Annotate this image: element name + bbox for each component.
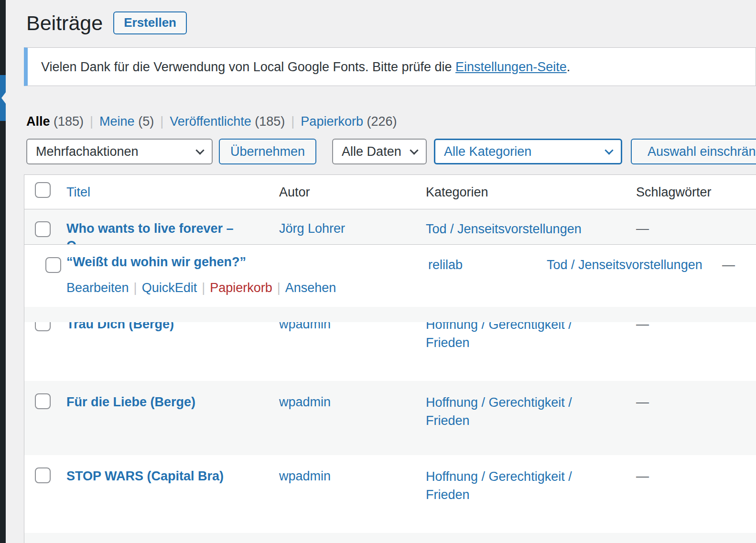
- table-row: Trau Dich (Berge) wpadmin Hoffnung / Ger…: [24, 322, 756, 381]
- chevron-down-icon: [605, 146, 613, 154]
- sort-title-header[interactable]: Titel: [66, 185, 90, 199]
- row-spacer-band: [24, 307, 756, 322]
- tags-value: —: [636, 393, 756, 411]
- row-checkbox[interactable]: [35, 221, 51, 237]
- category-link[interactable]: Hoffnung / Gerechtigkeit /Frieden: [426, 467, 636, 504]
- view-link-papierkorb[interactable]: Papierkorb (226): [301, 113, 397, 130]
- separator: |: [202, 281, 205, 295]
- separator: |: [90, 113, 93, 130]
- post-title-link[interactable]: “Weißt du wohin wir gehen?”: [66, 253, 246, 271]
- posts-table: Titel Autor Kategorien Schlagwörter Who …: [24, 174, 756, 543]
- author-link[interactable]: wpadmin: [279, 395, 331, 409]
- select-all-checkbox[interactable]: [35, 182, 51, 198]
- view-filter-links: Alle (185) | Meine (5) | Veröffentlichte…: [26, 113, 397, 130]
- apply-button[interactable]: Übernehmen: [219, 139, 316, 164]
- separator: |: [291, 113, 294, 130]
- date-filter-select[interactable]: Alle Daten: [332, 139, 427, 164]
- page-title: Beiträge: [26, 11, 103, 35]
- chevron-down-icon: [410, 146, 418, 154]
- notice-banner: Vielen Dank für die Verwendung von Local…: [24, 47, 756, 86]
- table-header-row: Titel Autor Kategorien Schlagwörter: [24, 175, 756, 209]
- notice-text-suffix: .: [567, 60, 571, 74]
- author-header: Autor: [279, 184, 426, 201]
- row-actions: Bearbeiten|QuickEdit|Papierkorb|Ansehen: [66, 279, 336, 296]
- filter-button[interactable]: Auswahl einschränken: [631, 139, 756, 164]
- post-title-link-line2[interactable]: Q: [66, 237, 279, 244]
- author-link[interactable]: wpadmin: [279, 322, 331, 331]
- tags-value: —: [636, 220, 756, 237]
- category-link[interactable]: Tod / Jenseitsvorstellungen: [547, 256, 702, 273]
- tags-value: —: [636, 322, 756, 333]
- tags-header: Schlagwörter: [636, 184, 756, 201]
- admin-menu-current-item[interactable]: [0, 75, 6, 121]
- author-link[interactable]: relilab: [428, 256, 463, 273]
- quickedit-action-link[interactable]: QuickEdit: [142, 281, 197, 295]
- page-header: Beiträge Erstellen: [26, 11, 187, 35]
- notice-text: Vielen Dank für die Verwendung von Local…: [41, 58, 570, 76]
- table-row: Who wants to live forever – Q Jörg Lohre…: [24, 209, 756, 244]
- author-link[interactable]: Jörg Lohrer: [279, 221, 345, 236]
- table-row: “Weißt du wohin wir gehen?” Bearbeiten|Q…: [24, 244, 756, 307]
- tags-value: —: [722, 256, 735, 273]
- view-action-link[interactable]: Ansehen: [285, 281, 336, 295]
- edit-action-link[interactable]: Bearbeiten: [66, 281, 129, 295]
- admin-menu-strip[interactable]: [0, 0, 6, 543]
- next-row-band: [24, 533, 756, 543]
- view-link-meine[interactable]: Meine (5): [99, 113, 154, 130]
- post-title-link[interactable]: STOP WARS (Capital Bra): [66, 469, 224, 483]
- separator: |: [160, 113, 163, 130]
- view-link-veroeffentlichte[interactable]: Veröffentlichte (185): [170, 113, 285, 130]
- post-title-link[interactable]: Trau Dich (Berge): [66, 322, 174, 331]
- trash-action-link[interactable]: Papierkorb: [210, 281, 272, 295]
- view-link-alle[interactable]: Alle (185): [26, 113, 84, 130]
- bulk-actions-value: Mehrfachaktionen: [36, 143, 139, 160]
- list-toolbar: Mehrfachaktionen Übernehmen Alle Daten A…: [26, 139, 756, 164]
- post-title-link[interactable]: Für die Liebe (Berge): [66, 395, 195, 409]
- category-link[interactable]: Tod / Jenseitsvorstellungen: [426, 220, 636, 238]
- category-filter-select[interactable]: Alle Kategorien: [434, 139, 622, 164]
- row-checkbox[interactable]: [35, 467, 51, 483]
- bulk-actions-select[interactable]: Mehrfachaktionen: [26, 139, 213, 164]
- separator: |: [277, 281, 281, 295]
- date-filter-value: Alle Daten: [342, 143, 401, 160]
- create-post-button[interactable]: Erstellen: [113, 11, 187, 34]
- notice-text-before: Vielen Dank für die Verwendung von Local…: [41, 60, 455, 74]
- table-row: Für die Liebe (Berge) wpadmin Hoffnung /…: [24, 381, 756, 455]
- table-row: STOP WARS (Capital Bra) wpadmin Hoffnung…: [24, 455, 756, 533]
- post-title-link[interactable]: Who wants to live forever –: [66, 220, 279, 237]
- category-link[interactable]: Hoffnung / Gerechtigkeit /Frieden: [426, 322, 636, 352]
- row-checkbox[interactable]: [45, 257, 61, 273]
- category-link[interactable]: Hoffnung / Gerechtigkeit /Frieden: [426, 393, 636, 430]
- categories-header: Kategorien: [426, 184, 636, 201]
- category-filter-value: Alle Kategorien: [444, 143, 531, 160]
- row-checkbox[interactable]: [35, 322, 51, 331]
- author-link[interactable]: wpadmin: [279, 469, 331, 483]
- chevron-down-icon: [195, 146, 204, 154]
- row-checkbox[interactable]: [35, 393, 51, 409]
- settings-page-link[interactable]: Einstellungen-Seite: [455, 60, 567, 74]
- tags-value: —: [636, 467, 756, 485]
- separator: |: [134, 281, 137, 295]
